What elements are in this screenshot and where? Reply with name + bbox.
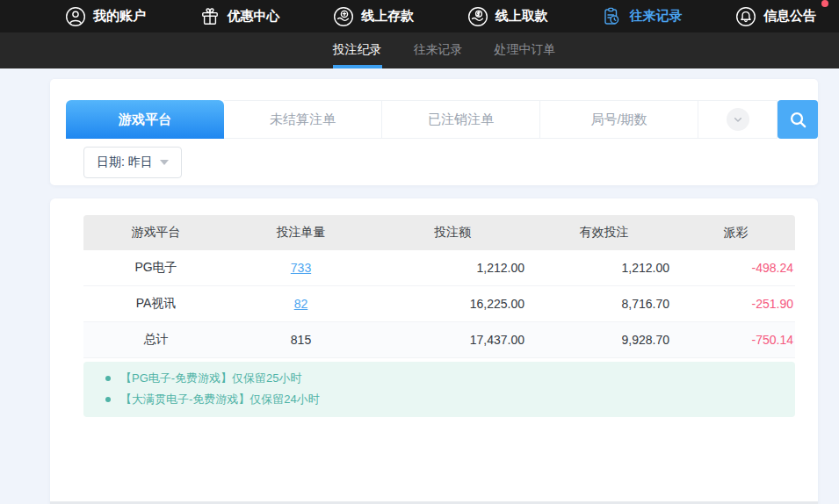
cell-bet-amount: 16,225.00 — [373, 297, 532, 311]
filter-card: 游戏平台 未结算注单 已注销注单 局号/期数 日期: 昨日 — [50, 79, 818, 185]
table-total-row: 总计 815 17,437.00 9,928.70 -750.14 — [83, 322, 795, 358]
nav-my-account[interactable]: 我的账户 — [65, 6, 146, 27]
chevron-down-icon — [727, 108, 749, 131]
nav-withdraw[interactable]: 线上取款 — [467, 6, 548, 27]
search-button[interactable] — [778, 100, 818, 139]
promo-notes-box: 【PG电子-免费游戏】仅保留25小时 【大满贯电子-免费游戏】仅保留24小时 — [83, 362, 795, 417]
bet-summary-table: 游戏平台 投注单量 投注额 有效投注 派彩 PG电子 733 1,212.00 … — [83, 215, 795, 358]
order-count-link[interactable]: 82 — [294, 297, 308, 311]
order-count-link[interactable]: 733 — [291, 261, 311, 275]
cell-valid-bet: 9,928.70 — [532, 333, 676, 347]
cell-valid-bet: 1,212.00 — [532, 261, 676, 275]
col-header-platform: 游戏平台 — [83, 225, 228, 241]
cell-valid-bet: 8,716.70 — [532, 297, 676, 311]
withdraw-coin-hand-icon — [467, 6, 488, 27]
gift-icon — [199, 6, 221, 27]
cell-platform: PG电子 — [83, 260, 228, 276]
table-row: PA视讯 82 16,225.00 8,716.70 -251.90 — [83, 286, 795, 322]
magnifier-icon — [788, 110, 808, 130]
cell-bet-amount: 1,212.00 — [373, 261, 532, 275]
caret-down-icon — [160, 160, 169, 165]
filter-tab-unsettled[interactable]: 未结算注单 — [224, 100, 382, 139]
top-navigation: 我的账户 优惠中心 线上存款 线上取款 往来记录 信息公告 — [0, 0, 839, 32]
filter-tab-bar: 游戏平台 未结算注单 已注销注单 局号/期数 — [66, 100, 818, 139]
tab-transaction-records[interactable]: 往来记录 — [414, 32, 463, 68]
cell-payout: -750.14 — [676, 333, 795, 347]
deposit-coin-hand-icon — [333, 6, 354, 27]
tab-betting-records[interactable]: 投注纪录 — [333, 32, 382, 68]
nav-label: 往来记录 — [629, 8, 682, 25]
table-row: PG电子 733 1,212.00 1,212.00 -498.24 — [83, 250, 795, 286]
nav-transaction-records[interactable]: 往来记录 — [601, 6, 682, 27]
cell-bet-amount: 17,437.00 — [373, 333, 532, 347]
col-header-order-count: 投注单量 — [228, 225, 373, 241]
date-filter-label: 日期: 昨日 — [97, 155, 153, 170]
note-text: 【PG电子-免费游戏】仅保留25小时 — [120, 371, 302, 386]
note-text: 【大满贯电子-免费游戏】仅保留24小时 — [120, 392, 320, 407]
cell-payout: -498.24 — [676, 261, 795, 275]
nav-label: 线上取款 — [495, 8, 548, 25]
bullet-dot-icon — [105, 397, 111, 402]
filter-tab-game-platform[interactable]: 游戏平台 — [66, 100, 224, 139]
results-card: 游戏平台 投注单量 投注额 有效投注 派彩 PG电子 733 1,212.00 … — [50, 198, 818, 504]
cell-payout: -251.90 — [676, 297, 795, 311]
filter-dropdown[interactable] — [698, 100, 778, 139]
filter-tab-cancelled[interactable]: 已注销注单 — [382, 100, 540, 139]
col-header-payout: 派彩 — [676, 225, 795, 241]
nav-label: 优惠中心 — [228, 8, 280, 25]
page: 我的账户 优惠中心 线上存款 线上取款 往来记录 信息公告 投注纪录 往来记录 … — [0, 0, 839, 504]
col-header-bet-amount: 投注额 — [373, 225, 532, 241]
cell-platform: 总计 — [83, 332, 228, 348]
main-content: 游戏平台 未结算注单 已注销注单 局号/期数 日期: 昨日 — [0, 68, 839, 504]
col-header-valid-bet: 有效投注 — [532, 225, 676, 241]
nav-label: 我的账户 — [93, 8, 146, 25]
date-filter-button[interactable]: 日期: 昨日 — [83, 147, 182, 178]
cell-platform: PA视讯 — [83, 296, 228, 312]
nav-label: 信息公告 — [763, 8, 816, 25]
table-header-row: 游戏平台 投注单量 投注额 有效投注 派彩 — [83, 215, 795, 250]
clipboard-clock-icon — [601, 6, 622, 27]
note-line: 【大满贯电子-免费游戏】仅保留24小时 — [83, 389, 795, 410]
filter-tab-round-number[interactable]: 局号/期数 — [540, 100, 698, 139]
record-type-tabs: 投注纪录 往来记录 处理中订单 — [0, 32, 839, 68]
tab-processing-orders[interactable]: 处理中订单 — [495, 32, 556, 68]
nav-deposit[interactable]: 线上存款 — [333, 6, 414, 27]
bell-icon — [735, 6, 756, 27]
nav-promotions[interactable]: 优惠中心 — [199, 6, 280, 27]
note-line: 【PG电子-免费游戏】仅保留25小时 — [83, 368, 795, 389]
nav-announcements[interactable]: 信息公告 — [735, 6, 816, 27]
bullet-dot-icon — [105, 376, 111, 381]
user-icon — [65, 6, 86, 27]
notification-dot — [821, 0, 828, 7]
nav-label: 线上存款 — [361, 8, 414, 25]
cell-order-count: 815 — [228, 333, 373, 347]
